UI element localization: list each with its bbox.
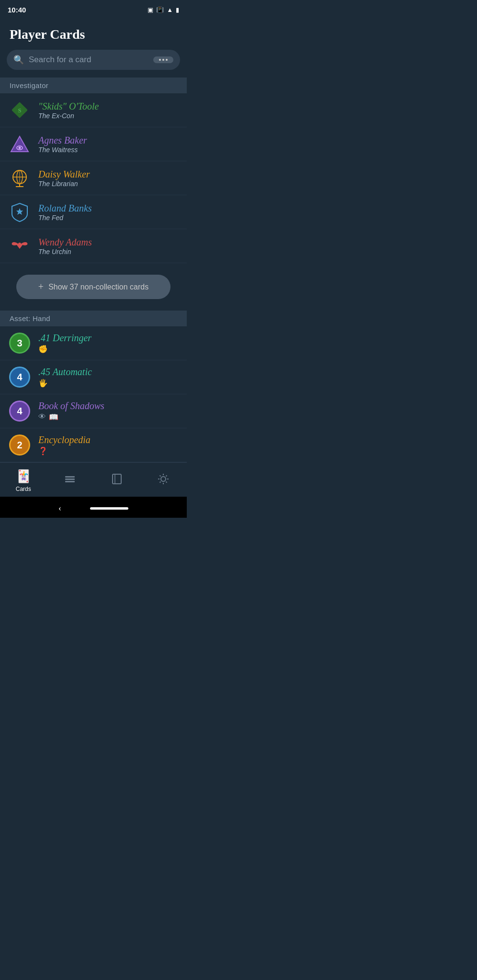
svg-line-25 bbox=[166, 476, 167, 477]
item-icon-agnes bbox=[8, 132, 32, 156]
item-subtitle: The Waitress bbox=[38, 146, 179, 154]
sub-icons: 🖐 bbox=[38, 379, 179, 388]
list-item[interactable]: 4 Book of Shadows 👁 📖 bbox=[0, 394, 187, 428]
item-icon-daisy bbox=[8, 166, 32, 190]
item-name: Encyclopedia bbox=[38, 434, 179, 445]
svg-point-12 bbox=[18, 243, 21, 245]
search-container: 🔍 Search for a card bbox=[0, 50, 187, 78]
item-name: "Skids" O'Toole bbox=[38, 101, 179, 112]
section-header-investigator: Investigator bbox=[0, 78, 187, 93]
item-subtitle: The Ex-Con bbox=[38, 112, 179, 120]
svg-rect-13 bbox=[65, 476, 75, 478]
item-text: Book of Shadows 👁 📖 bbox=[38, 401, 179, 422]
search-options-button[interactable] bbox=[153, 56, 173, 63]
svg-text:S: S bbox=[18, 107, 22, 114]
hand-icon: 🖐 bbox=[38, 379, 48, 388]
svg-marker-11 bbox=[16, 208, 23, 215]
fist-icon: ✊ bbox=[38, 345, 48, 354]
list-item[interactable]: 3 .41 Derringer ✊ bbox=[0, 326, 187, 360]
badge-3: 3 bbox=[9, 333, 30, 354]
nav-item-cards[interactable]: 🃏 Cards bbox=[7, 469, 40, 492]
item-name: Wendy Adams bbox=[38, 237, 179, 248]
list-item[interactable]: 4 .45 Automatic 🖐 bbox=[0, 360, 187, 394]
svg-line-24 bbox=[166, 482, 167, 483]
sub-icons: 👁 📖 bbox=[38, 412, 179, 422]
svg-line-23 bbox=[160, 476, 161, 477]
decks-nav-icon bbox=[63, 472, 77, 489]
badge-4-purple: 4 bbox=[9, 401, 30, 422]
question-icon: ❓ bbox=[38, 446, 48, 456]
svg-rect-15 bbox=[65, 481, 75, 482]
nav-item-decks[interactable] bbox=[53, 472, 87, 489]
svg-rect-16 bbox=[113, 474, 121, 484]
sub-icons: ❓ bbox=[38, 446, 179, 456]
list-item[interactable]: Agnes Baker The Waitress bbox=[0, 127, 187, 161]
page-title: Player Cards bbox=[0, 17, 187, 50]
bird-icon bbox=[9, 235, 30, 256]
search-icon: 🔍 bbox=[13, 55, 24, 65]
status-time: 10:40 bbox=[8, 6, 26, 14]
item-name: .41 Derringer bbox=[38, 333, 179, 344]
badge-2: 2 bbox=[9, 434, 30, 456]
diamond-icon: S bbox=[9, 100, 30, 121]
battery-icon: ▮ bbox=[176, 6, 179, 13]
show-more-button[interactable]: + Show 37 non-collection cards bbox=[16, 275, 170, 299]
sub-icons: ✊ bbox=[38, 345, 179, 354]
item-name: Daisy Walker bbox=[38, 169, 179, 180]
item-text: Daisy Walker The Librarian bbox=[38, 169, 179, 188]
item-text: Wendy Adams The Urchin bbox=[38, 237, 179, 256]
item-subtitle: The Librarian bbox=[38, 180, 179, 188]
item-icon-skids: S bbox=[8, 98, 32, 122]
show-more-container: + Show 37 non-collection cards bbox=[0, 263, 187, 311]
svg-rect-14 bbox=[65, 479, 75, 480]
show-more-label: Show 37 non-collection cards bbox=[48, 283, 148, 291]
item-icon-shadows: 4 bbox=[8, 399, 32, 423]
item-name: Roland Banks bbox=[38, 203, 179, 214]
home-indicator[interactable] bbox=[90, 507, 128, 510]
list-item[interactable]: Daisy Walker The Librarian bbox=[0, 161, 187, 195]
svg-point-18 bbox=[161, 477, 166, 481]
status-icons: ▣ 📳 ▲ ▮ bbox=[148, 6, 179, 13]
item-text: .41 Derringer ✊ bbox=[38, 333, 179, 354]
system-nav: ‹ bbox=[0, 497, 187, 518]
svg-marker-2 bbox=[11, 136, 28, 152]
item-name: .45 Automatic bbox=[38, 367, 179, 378]
item-icon-encyclopedia: 2 bbox=[8, 433, 32, 457]
notification-icon: ▣ bbox=[148, 6, 153, 13]
sun-nav-icon bbox=[157, 472, 170, 489]
nav-label-cards: Cards bbox=[16, 486, 31, 492]
list-item[interactable]: 2 Encyclopedia ❓ bbox=[0, 428, 187, 462]
eye-icon: 👁 bbox=[38, 412, 46, 422]
item-name: Agnes Baker bbox=[38, 135, 179, 146]
bottom-nav: 🃏 Cards bbox=[0, 462, 187, 497]
item-icon-wendy bbox=[8, 234, 32, 258]
status-bar: 10:40 ▣ 📳 ▲ ▮ bbox=[0, 0, 187, 17]
list-item[interactable]: Roland Banks The Fed bbox=[0, 195, 187, 229]
item-name: Book of Shadows bbox=[38, 401, 179, 412]
nav-item-sun[interactable] bbox=[147, 472, 180, 489]
shield-star-icon bbox=[9, 201, 30, 223]
book-nav-icon bbox=[110, 472, 124, 489]
search-bar[interactable]: 🔍 Search for a card bbox=[7, 50, 180, 70]
list-item[interactable]: S "Skids" O'Toole The Ex-Con bbox=[0, 93, 187, 127]
triangle-eye-icon bbox=[9, 134, 30, 155]
plus-icon: + bbox=[38, 281, 44, 292]
vibrate-icon: 📳 bbox=[156, 6, 164, 13]
item-icon-derringer: 3 bbox=[8, 331, 32, 355]
item-icon-roland bbox=[8, 200, 32, 224]
cards-nav-icon: 🃏 bbox=[16, 469, 31, 484]
item-text: .45 Automatic 🖐 bbox=[38, 367, 179, 388]
item-text: Roland Banks The Fed bbox=[38, 203, 179, 222]
search-input[interactable]: Search for a card bbox=[29, 55, 148, 65]
section-header-asset-hand: Asset: Hand bbox=[0, 311, 187, 326]
back-button[interactable]: ‹ bbox=[58, 503, 61, 513]
svg-point-4 bbox=[19, 147, 21, 149]
badge-4: 4 bbox=[9, 367, 30, 388]
signal-icon: ▲ bbox=[167, 6, 173, 13]
item-text: "Skids" O'Toole The Ex-Con bbox=[38, 101, 179, 120]
item-text: Agnes Baker The Waitress bbox=[38, 135, 179, 154]
list-item[interactable]: Wendy Adams The Urchin bbox=[0, 229, 187, 263]
book-icon: 📖 bbox=[49, 412, 58, 422]
globe-icon bbox=[9, 167, 30, 189]
nav-item-book[interactable] bbox=[100, 472, 134, 489]
